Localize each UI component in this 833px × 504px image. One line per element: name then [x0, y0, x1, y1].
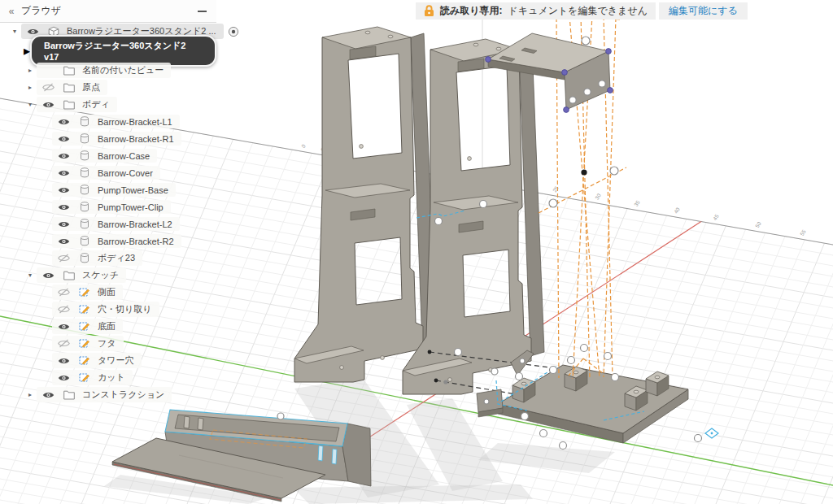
tree-item-pill[interactable]: フタ — [52, 336, 124, 351]
tree-item-pill[interactable]: Barrow-Bracket-L1 — [52, 115, 180, 128]
tree-item-label: 側面 — [98, 286, 116, 298]
eye-off-icon[interactable] — [42, 83, 55, 92]
eye-off-icon[interactable] — [58, 288, 70, 297]
tree-item-label: ボディ — [82, 98, 110, 111]
body-icon — [80, 150, 89, 161]
tree-item-label: 名前の付いたビュー — [82, 64, 164, 76]
body-icon — [80, 133, 89, 144]
svg-text:0: 0 — [300, 143, 307, 149]
minimize-panel-icon[interactable] — [198, 11, 207, 12]
tree-item-pill[interactable]: 底面 — [52, 319, 123, 334]
tree-row-18[interactable]: フタ — [0, 335, 216, 352]
caret-right-icon[interactable]: ▸ — [24, 67, 37, 74]
browser-tree: ▾Barrowラジエーター360スタンド2 ...▸Barrowラジエーター36… — [0, 23, 216, 403]
tree-item-pill[interactable]: 穴・切り取り — [52, 302, 159, 317]
eye-icon[interactable] — [58, 220, 70, 228]
lock-icon — [424, 5, 434, 17]
eye-icon[interactable] — [58, 186, 70, 194]
eye-icon[interactable] — [42, 272, 55, 280]
eye-icon[interactable] — [27, 28, 39, 36]
activate-radio-icon[interactable] — [228, 26, 239, 37]
sketch-icon — [79, 304, 90, 315]
enable-edit-button[interactable]: 編集可能にする — [659, 2, 748, 20]
tree-item-label: コンストラクション — [82, 389, 164, 401]
svg-text:40: 40 — [673, 206, 681, 215]
tree-row-3[interactable]: ▸原点 — [0, 79, 216, 96]
sketch-icon — [79, 287, 90, 298]
eye-icon[interactable] — [58, 357, 70, 365]
tree-row-11[interactable]: Barrow-Bracket-L2 — [0, 215, 216, 232]
tree-item-label: 原点 — [82, 81, 100, 93]
caret-down-icon[interactable]: ▾ — [8, 28, 21, 35]
tree-row-16[interactable]: 穴・切り取り — [0, 301, 216, 318]
collapse-panel-icon[interactable]: « — [0, 6, 21, 17]
tree-row-tooltip[interactable]: ▸Barrowラジエーター360スタンド2 v17 — [0, 40, 216, 62]
eye-icon[interactable] — [58, 152, 70, 160]
eye-icon[interactable] — [58, 135, 70, 143]
eye-icon[interactable] — [58, 169, 70, 177]
caret-right-icon[interactable]: ▸ — [24, 84, 37, 91]
tree-item-pill[interactable]: Barrow-Case — [52, 149, 157, 163]
tree-item-label: Barrow-Bracket-R1 — [98, 134, 174, 144]
caret-down-icon[interactable]: ▾ — [24, 101, 37, 108]
tree-item-label: Barrow-Bracket-L1 — [98, 117, 172, 127]
tree-row-20[interactable]: カット — [0, 369, 216, 386]
tree-item-pill[interactable]: コンストラクション — [37, 387, 172, 402]
tree-item-pill[interactable]: 原点 — [37, 80, 107, 95]
eye-icon[interactable] — [42, 101, 55, 109]
tree-row-17[interactable]: 底面 — [0, 318, 216, 335]
eye-off-icon[interactable] — [58, 339, 70, 348]
eye-icon[interactable] — [42, 391, 55, 399]
tree-item-pill[interactable]: 名前の付いたビュー — [37, 63, 171, 78]
tree-item-pill[interactable]: カット — [52, 370, 133, 385]
caret-right-icon[interactable]: ▸ — [24, 43, 30, 59]
eye-off-icon[interactable] — [58, 254, 70, 263]
tree-item-pill[interactable]: PumpTower-Clip — [52, 200, 171, 214]
tree-row-8[interactable]: Barrow-Cover — [0, 164, 216, 181]
svg-text:55: 55 — [799, 228, 807, 237]
sketch-icon — [79, 321, 90, 332]
tree-row-4[interactable]: ▾ボディ — [0, 96, 216, 113]
tree-row-10[interactable]: PumpTower-Clip — [0, 198, 216, 215]
tree-item-label: ボディ23 — [98, 252, 135, 264]
eye-icon[interactable] — [58, 374, 70, 382]
tree-row-7[interactable]: Barrow-Case — [0, 147, 216, 164]
readonly-label: 読み取り専用: — [440, 4, 503, 18]
tree-row-9[interactable]: PumpTower-Base — [0, 181, 216, 198]
body-icon — [80, 253, 89, 263]
tree-item-pill[interactable]: 側面 — [52, 285, 123, 300]
body-icon — [80, 219, 89, 229]
tree-row-21[interactable]: ▸コンストラクション — [0, 386, 216, 403]
folder-icon — [63, 390, 75, 400]
tree-row-15[interactable]: 側面 — [0, 284, 216, 301]
tree-item-pill[interactable]: Barrow-Bracket-R1 — [52, 132, 181, 146]
tree-row-6[interactable]: Barrow-Bracket-R1 — [0, 130, 216, 147]
eye-off-icon[interactable] — [58, 305, 70, 314]
folder-icon — [63, 83, 75, 93]
tree-row-5[interactable]: Barrow-Bracket-L1 — [0, 113, 216, 130]
caret-right-icon[interactable]: ▸ — [24, 391, 37, 398]
tree-item-pill[interactable]: PumpTower-Base — [52, 183, 176, 197]
tree-row-13[interactable]: ボディ23 — [0, 250, 216, 267]
readonly-message-segment: 読み取り専用: ドキュメントを編集できません — [416, 2, 656, 20]
tree-row-19[interactable]: タワー穴 — [0, 352, 216, 369]
tree-item-pill[interactable]: ボディ23 — [52, 250, 142, 266]
tree-item-pill[interactable]: ボディ — [37, 97, 117, 112]
eye-icon[interactable] — [58, 203, 70, 211]
bracket-tower-left[interactable] — [294, 27, 436, 382]
eye-icon[interactable] — [58, 118, 70, 126]
tree-row-12[interactable]: Barrow-Bracket-R2 — [0, 232, 216, 250]
tree-item-pill[interactable]: スケッチ — [37, 267, 126, 283]
tree-item-pill[interactable]: Barrow-Cover — [52, 166, 160, 180]
tree-item-label: Barrow-Bracket-L2 — [98, 219, 172, 229]
browser-panel-header: « ブラウザ — [0, 0, 216, 23]
caret-down-icon[interactable]: ▾ — [24, 272, 37, 279]
tree-row-14[interactable]: ▾スケッチ — [0, 267, 216, 284]
tree-item-pill[interactable]: Barrow-Bracket-R2 — [52, 234, 181, 248]
tree-item-pill[interactable]: Barrow-Bracket-L2 — [52, 217, 180, 231]
svg-text:50: 50 — [754, 220, 762, 228]
tree-item-label: PumpTower-Base — [98, 185, 168, 195]
tree-item-pill[interactable]: タワー穴 — [52, 353, 142, 368]
eye-icon[interactable] — [58, 323, 70, 331]
eye-icon[interactable] — [58, 237, 70, 245]
